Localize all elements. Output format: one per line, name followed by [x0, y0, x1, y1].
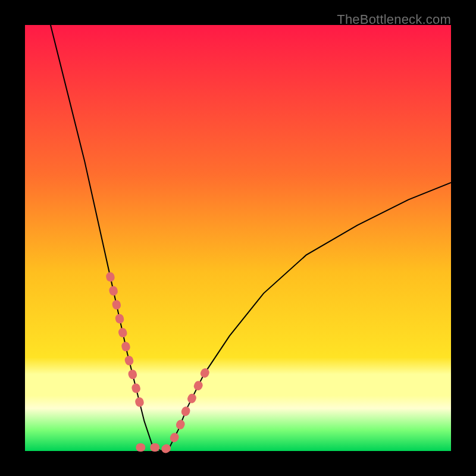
watermark-text: TheBottleneck.com [337, 12, 451, 27]
curve-svg [25, 25, 451, 451]
curve-right-arm [161, 183, 451, 451]
highlight-dots-right [165, 368, 208, 449]
curve-left-arm [51, 25, 161, 451]
plot-area [25, 25, 451, 451]
chart-frame: TheBottleneck.com [0, 0, 476, 476]
